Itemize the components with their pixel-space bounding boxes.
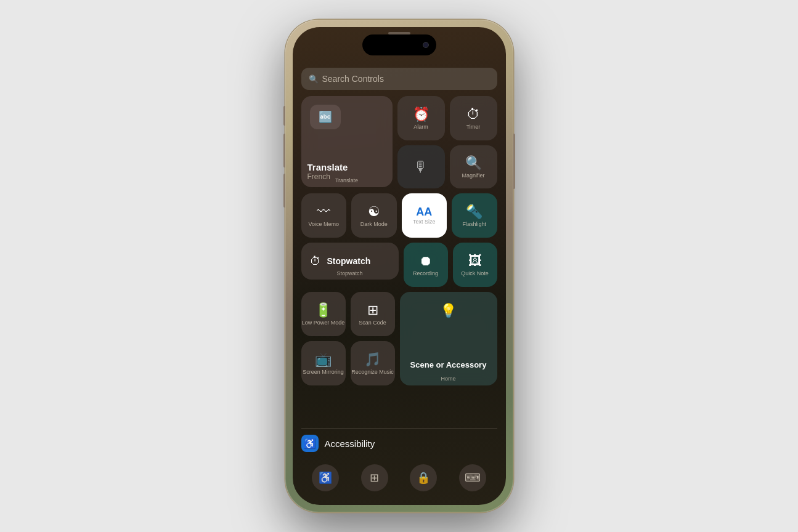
mic-icon: 🎙 (413, 158, 428, 175)
voice-memo-label: Voice Memo (308, 221, 339, 228)
voice-memo-icon: 〰 (317, 204, 330, 220)
scene-bottom-label: Home (441, 376, 455, 382)
recording-tile[interactable]: ⏺ Recording (404, 243, 448, 287)
timer-label: Timer (466, 124, 481, 131)
recognize-music-label: Recognize Music (351, 369, 394, 376)
timer-icon: ⏱ (466, 107, 480, 123)
front-camera (423, 42, 429, 48)
phone-wrapper: 🔍 Search Controls 🔤 Translate (285, 20, 513, 512)
low-power-tile[interactable]: 🔋 Low Power Mode (301, 292, 346, 336)
search-bar[interactable]: 🔍 Search Controls (301, 68, 497, 90)
text-size-tile[interactable]: AA Text Size (402, 193, 447, 238)
accessibility-label: Accessibility (325, 438, 375, 449)
phone-screen: 🔍 Search Controls 🔤 Translate (293, 27, 506, 505)
stopwatch-title: Stopwatch (327, 256, 371, 266)
row-4: 🔋 Low Power Mode 📺 Screen Mirroring (301, 292, 497, 385)
translate-tile[interactable]: 🔤 Translate French Translate (301, 96, 393, 187)
controls-grid: 🔤 Translate French Translate (301, 96, 497, 422)
scene-text: Scene or Accessory (410, 360, 487, 371)
timer-tile[interactable]: ⏱ Timer (450, 96, 497, 140)
recognize-music-tile[interactable]: 🎵 Recognize Music (351, 341, 395, 385)
lock-btn[interactable]: 🔒 (410, 464, 437, 491)
quick-note-label: Quick Note (461, 270, 489, 277)
screen-mirroring-tile[interactable]: 📺 Screen Mirroring (301, 341, 346, 385)
scan-code-icon: ⊞ (367, 302, 378, 318)
flashlight-tile[interactable]: 🔦 Flashlight (452, 193, 497, 238)
alarm-label: Alarm (413, 124, 428, 131)
recording-icon: ⏺ (419, 253, 433, 269)
phone-body: 🔍 Search Controls 🔤 Translate (285, 20, 513, 512)
volume-down-button (283, 174, 285, 208)
low-power-icon: 🔋 (315, 302, 332, 318)
row-2: 〰 Voice Memo ☯ Dark Mode AA Text Size (301, 193, 497, 238)
alarm-tile[interactable]: ⏰ Alarm (397, 96, 445, 140)
flashlight-label: Flashlight (462, 221, 486, 228)
flashlight-icon: 🔦 (466, 204, 482, 220)
magnifier-tile[interactable]: 🔍 Magnifier (450, 145, 497, 188)
row-1: 🔤 Translate French Translate (301, 96, 497, 188)
stopwatch-bottom: Stopwatch (336, 270, 362, 276)
microphone-tile: 🎙 (397, 145, 445, 188)
stopwatch-icon: ⏱ (310, 255, 321, 268)
quick-note-tile[interactable]: 🖼 Quick Note (453, 243, 497, 287)
scene-icon: 💡 (440, 303, 457, 319)
magnifier-icon: 🔍 (465, 155, 482, 171)
text-size-label: Text Size (413, 219, 436, 225)
volume-up-button (283, 134, 285, 167)
scene-accessory-tile[interactable]: 💡 Scene or Accessory Home (400, 292, 497, 385)
mid-col-row4: ⊞ Scan Code 🎵 Recognize Music (351, 292, 395, 385)
recording-label: Recording (413, 270, 438, 277)
keyboard-btn[interactable]: ⌨ (459, 464, 486, 491)
translate-title: Translate (307, 162, 348, 172)
recognize-music-icon: 🎵 (364, 352, 381, 368)
alarm-icon: ⏰ (413, 107, 430, 123)
accessibility-btn[interactable]: ♿ (312, 464, 339, 491)
screen-mirroring-label: Screen Mirroring (303, 369, 344, 376)
quick-note-icon: 🖼 (468, 253, 482, 269)
accessibility-row: ♿ Accessibility (301, 428, 497, 454)
screen-content: 🔍 Search Controls 🔤 Translate (293, 62, 506, 505)
search-icon: 🔍 (309, 75, 319, 84)
search-placeholder: Search Controls (322, 74, 384, 84)
translate-label: Translate (335, 177, 358, 183)
bottom-bar: ♿ ⊞ 🔒 ⌨ (301, 461, 497, 499)
dark-mode-tile[interactable]: ☯ Dark Mode (351, 193, 397, 238)
controls-btn[interactable]: ⊞ (361, 464, 388, 491)
dark-mode-label: Dark Mode (360, 221, 388, 228)
dynamic-island (362, 34, 436, 55)
low-power-label: Low Power Mode (302, 320, 345, 326)
text-size-icon: AA (416, 206, 432, 219)
row-3: ⏱ Stopwatch Stopwatch ⏺ Recording 🖼 Q (301, 243, 497, 287)
stopwatch-tile[interactable]: ⏱ Stopwatch Stopwatch (301, 243, 399, 280)
scene-title: Scene or Accessory (410, 360, 487, 371)
voice-memo-tile[interactable]: 〰 Voice Memo (301, 193, 347, 238)
right-col-1: ⏰ Alarm ⏱ Timer (397, 96, 497, 188)
dark-mode-icon: ☯ (368, 204, 380, 220)
mic-magnifier-row: 🎙 🔍 Magnifier (397, 145, 497, 188)
magnifier-label: Magnifier (462, 172, 484, 179)
screen-mirroring-icon: 📺 (315, 352, 332, 368)
scan-code-label: Scan Code (359, 320, 386, 326)
mute-button (283, 106, 285, 126)
left-col-row4: 🔋 Low Power Mode 📺 Screen Mirroring (301, 292, 346, 385)
power-button (513, 134, 515, 189)
accessibility-icon: ♿ (301, 435, 319, 452)
translate-icon: 🔤 (310, 105, 341, 129)
alarm-timer-row: ⏰ Alarm ⏱ Timer (397, 96, 497, 140)
scan-code-tile[interactable]: ⊞ Scan Code (351, 292, 395, 336)
